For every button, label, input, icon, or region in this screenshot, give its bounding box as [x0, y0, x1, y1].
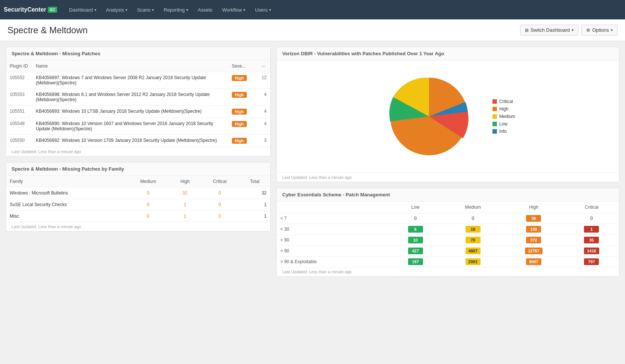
critical-cell: 0	[200, 211, 239, 222]
critical-bar: 0	[590, 216, 593, 221]
col-header-plugin-id: Plugin ID	[6, 60, 32, 72]
patches-table-scroll[interactable]: Plugin ID Name Seve... ··· 105552 KB4056…	[6, 60, 270, 147]
col-header-critical: Critical	[564, 202, 619, 213]
range-label-cell: > 90 & Exploitable	[277, 256, 388, 267]
header-actions: ⊞ Switch Dashboard ▾ ⚙ Options ▾	[520, 25, 618, 35]
critical-bar: 35	[584, 237, 599, 243]
low-value-cell: 6	[388, 224, 442, 235]
pie-chart	[380, 68, 478, 165]
critical-value-cell: 1	[564, 224, 619, 235]
family-name-cell: SuSE Local Security Checks	[6, 199, 127, 211]
low-bar: 6	[408, 226, 423, 233]
patch-name-cell: KB4056898: Windows 8.1 and Windows Serve…	[32, 89, 228, 106]
medium-value-cell: 0	[442, 213, 503, 224]
col-header-medium: Medium	[127, 176, 170, 187]
count-cell: 12	[258, 72, 270, 89]
col-header-low: Low	[388, 202, 442, 213]
table-row[interactable]: > 90 427 4807 12767 1416	[277, 246, 619, 256]
critical-cell: 0	[200, 199, 239, 211]
patch-name-cell: KB4056893: Windows 10 LTSB January 2018 …	[32, 106, 228, 118]
brand[interactable]: SecurityCenter SC	[4, 6, 57, 13]
critical-bar: 1	[584, 226, 599, 233]
cyber-last-updated: Last Updated: Less than a minute ago	[277, 267, 619, 276]
pie-last-updated: Last Updated: Less than a minute ago	[277, 172, 619, 182]
low-value-cell: 427	[388, 246, 442, 256]
grid-icon: ⊞	[525, 28, 529, 33]
table-row[interactable]: < 7 0 0 36 0	[277, 213, 619, 224]
nav-item-analysis[interactable]: Analysis ▾	[102, 4, 132, 16]
high-value-cell: 36	[503, 213, 564, 224]
table-row[interactable]: 105551 KB4056893: Windows 10 LTSB Januar…	[6, 106, 270, 118]
table-row[interactable]: Windows : Microsoft Bulletins 0 32 0 32	[6, 187, 270, 199]
caret-down-icon: ▾	[572, 28, 573, 32]
family-name-cell: Misc.	[6, 211, 127, 222]
severity-badge: High	[232, 138, 247, 144]
table-row[interactable]: 105548 KB4056890: Windows 10 Version 160…	[6, 118, 270, 135]
plugin-id-cell: 105548	[6, 118, 32, 135]
col-header-family: Family	[6, 176, 127, 187]
nav-item-dashboard[interactable]: Dashboard ▾	[65, 4, 101, 16]
legend-label-critical: Critical	[499, 99, 513, 104]
table-row[interactable]: Misc. 0 1 0 1	[6, 211, 270, 222]
low-bar: 197	[408, 258, 423, 265]
severity-cell: High	[228, 135, 258, 147]
count-cell: 4	[258, 106, 270, 118]
table-row[interactable]: SuSE Local Security Checks 0 1 0 1	[6, 199, 270, 211]
severity-cell: High	[228, 89, 258, 106]
table-row[interactable]: < 30 6 18 100 1	[277, 224, 619, 235]
patches-table: Plugin ID Name Seve... ··· 105552 KB4056…	[6, 60, 270, 147]
nav-item-workflow[interactable]: Workflow ▾	[218, 4, 250, 16]
medium-value-cell: 2091	[442, 256, 503, 267]
count-cell: 3	[258, 135, 270, 147]
pie-legend: Critical High Medium Low	[492, 99, 515, 134]
legend-dot-low	[492, 122, 497, 126]
table-row[interactable]: 105550 KB4056892: Windows 10 Version 170…	[6, 135, 270, 147]
verizon-dbir-title: Verizon DBIR - Vulnerabilities with Patc…	[277, 47, 619, 60]
critical-value-cell: 797	[564, 256, 619, 267]
legend-dot-medium	[492, 114, 497, 119]
gear-icon: ⚙	[586, 28, 590, 33]
chevron-down-icon: ▾	[243, 8, 245, 12]
table-row[interactable]: 105553 KB4056898: Windows 8.1 and Window…	[6, 89, 270, 106]
plugin-id-cell: 105550	[6, 135, 32, 147]
table-row[interactable]: 105552 KB4056897: Windows 7 and Windows …	[6, 72, 270, 89]
nav-item-users[interactable]: Users ▾	[251, 4, 276, 16]
critical-bar: 797	[584, 258, 599, 265]
patches-by-family-panel: Spectre & Meltdown - Missing Patches by …	[6, 162, 271, 231]
nav-items: Dashboard ▾ Analysis ▾ Scans ▾ Reporting…	[65, 4, 276, 16]
low-value-cell: 197	[388, 256, 442, 267]
severity-badge: High	[232, 75, 247, 81]
page-header: Spectre & Meltdown ⊞ Switch Dashboard ▾ …	[0, 19, 625, 41]
legend-dot-info	[492, 129, 497, 134]
high-bar: 12767	[525, 248, 542, 254]
legend-critical: Critical	[492, 99, 515, 104]
high-value-cell: 8007	[503, 256, 564, 267]
navbar: SecurityCenter SC Dashboard ▾ Analysis ▾…	[0, 0, 625, 19]
cyber-essentials-title: Cyber Essentials Scheme - Patch Manageme…	[277, 188, 619, 202]
range-label-cell: > 90	[277, 246, 388, 256]
options-label: Options	[592, 27, 609, 33]
severity-cell: High	[228, 72, 258, 89]
medium-value-cell: 18	[442, 224, 503, 235]
total-cell: 32	[239, 187, 270, 199]
chevron-down-icon: ▾	[94, 8, 96, 12]
high-bar: 8007	[526, 258, 541, 265]
legend-label-medium: Medium	[499, 114, 515, 119]
high-bar: 372	[526, 237, 541, 243]
medium-value-cell: 4807	[442, 246, 503, 256]
high-cell: 1	[170, 199, 200, 211]
nav-item-assets[interactable]: Assets	[193, 4, 217, 16]
table-row[interactable]: < 90 10 70 372 35	[277, 235, 619, 246]
nav-item-reporting[interactable]: Reporting ▾	[159, 4, 192, 16]
switch-dashboard-button[interactable]: ⊞ Switch Dashboard ▾	[520, 25, 579, 35]
plugin-id-cell: 105552	[6, 72, 32, 89]
family-last-updated: Last Updated: Less than a minute ago	[6, 222, 270, 231]
high-cell: 32	[170, 187, 200, 199]
options-button[interactable]: ⚙ Options ▾	[581, 25, 618, 35]
table-row[interactable]: > 90 & Exploitable 197 2091 8007 797	[277, 256, 619, 267]
missing-patches-title: Spectre & Meltdown - Missing Patches	[6, 47, 270, 60]
medium-bar: 0	[472, 216, 474, 221]
chevron-down-icon: ▾	[152, 8, 154, 12]
legend-label-high: High	[499, 106, 509, 112]
nav-item-scans[interactable]: Scans ▾	[133, 4, 158, 16]
